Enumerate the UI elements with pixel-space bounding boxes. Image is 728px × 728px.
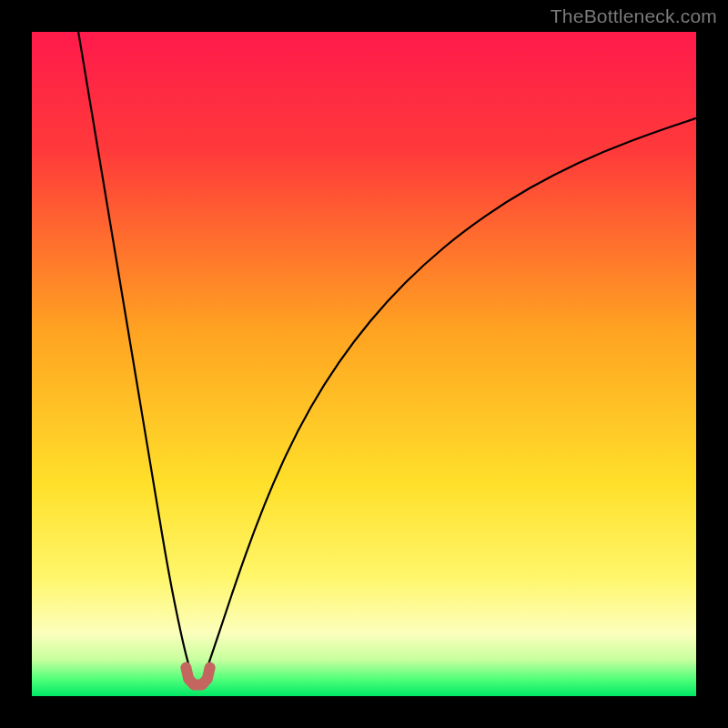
chart-canvas [32,32,696,696]
gradient-background [32,32,696,696]
plot-area [32,32,696,696]
watermark-text: TheBottleneck.com [551,5,717,27]
chart-frame: TheBottleneck.com [0,0,728,728]
